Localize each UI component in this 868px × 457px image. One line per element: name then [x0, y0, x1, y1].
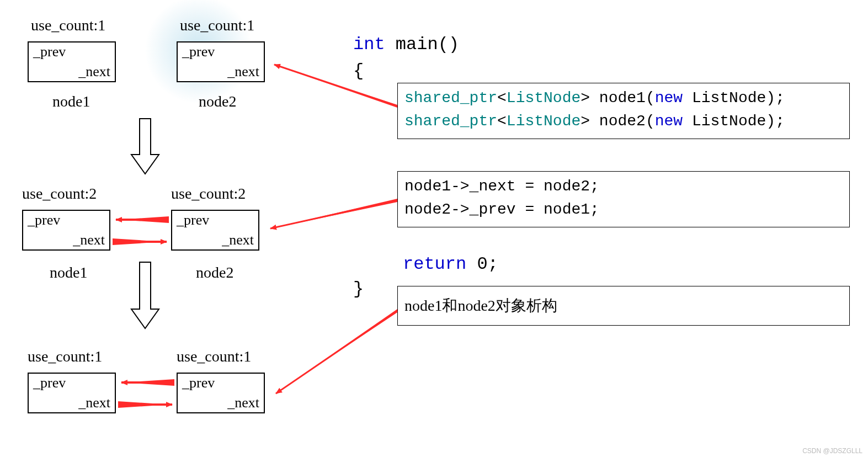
watermark-text: CSDN @JDSZGLLL	[802, 447, 862, 455]
node-next-3a: _next	[78, 395, 110, 411]
node-box-2a: _prev _next	[22, 210, 110, 251]
arrow-code2-node2	[268, 199, 397, 229]
down-arrow-1	[131, 119, 159, 174]
use-count-label-1b: use_count:1	[180, 17, 254, 34]
node-next-3b: _next	[227, 395, 259, 411]
brace-close: }	[353, 279, 364, 299]
use-count-label-1a: use_count:1	[31, 17, 105, 34]
node-box-3b: _prev _next	[177, 373, 265, 413]
code-line-3: node1->_next = node2;	[404, 175, 843, 198]
arrow-code1-node2	[271, 64, 397, 108]
node-box-2b: _prev _next	[171, 210, 259, 251]
code-return: return 0;	[403, 254, 498, 274]
node-name-2b: node2	[196, 264, 233, 281]
down-arrow-2	[131, 262, 159, 328]
node-prev-3b: _prev	[182, 375, 215, 391]
node-next-2b: _next	[222, 232, 254, 248]
use-count-label-2a: use_count:2	[22, 185, 97, 203]
node-prev-2b: _prev	[177, 212, 209, 228]
code-box-2: node1->_next = node2; node2->_prev = nod…	[397, 171, 850, 227]
svg-line-0	[274, 65, 397, 106]
node-box-3a: _prev _next	[28, 373, 116, 413]
node-prev-1b: _prev	[182, 44, 215, 60]
svg-line-2	[276, 311, 397, 394]
use-count-label-3b: use_count:1	[177, 348, 251, 365]
code-box-3: node1和node2对象析构	[397, 286, 850, 326]
arrows-layer	[0, 0, 868, 457]
code-main: main()	[385, 34, 459, 55]
node-next-2a: _next	[73, 232, 105, 248]
node-next-1b: _next	[227, 63, 259, 80]
node-name-1b: node2	[199, 93, 236, 110]
code-line-1: shared_ptr<ListNode> node1(new ListNode)…	[404, 87, 843, 110]
node-prev-1a: _prev	[33, 44, 66, 60]
node-name-1a: node1	[52, 93, 90, 110]
code-line-5: node1和node2对象析构	[404, 294, 843, 317]
code-box-1: shared_ptr<ListNode> node1(new ListNode)…	[397, 83, 850, 139]
node-box-1b: _prev _next	[177, 41, 265, 82]
use-count-label-3a: use_count:1	[28, 348, 102, 365]
node-prev-2a: _prev	[28, 212, 60, 228]
node-box-1a: _prev _next	[28, 41, 116, 82]
node-next-1a: _next	[78, 63, 110, 80]
code-signature: int main()	[353, 34, 459, 55]
code-line-4: node2->_prev = node1;	[404, 198, 843, 221]
svg-line-1	[270, 200, 397, 228]
use-count-label-2b: use_count:2	[171, 185, 246, 203]
code-line-2: shared_ptr<ListNode> node2(new ListNode)…	[404, 110, 843, 133]
brace-open: {	[353, 61, 364, 81]
node-prev-3a: _prev	[33, 375, 66, 391]
kw-int: int	[353, 34, 385, 55]
arrow-code3-node2	[274, 309, 397, 395]
node-name-2a: node1	[50, 264, 87, 281]
